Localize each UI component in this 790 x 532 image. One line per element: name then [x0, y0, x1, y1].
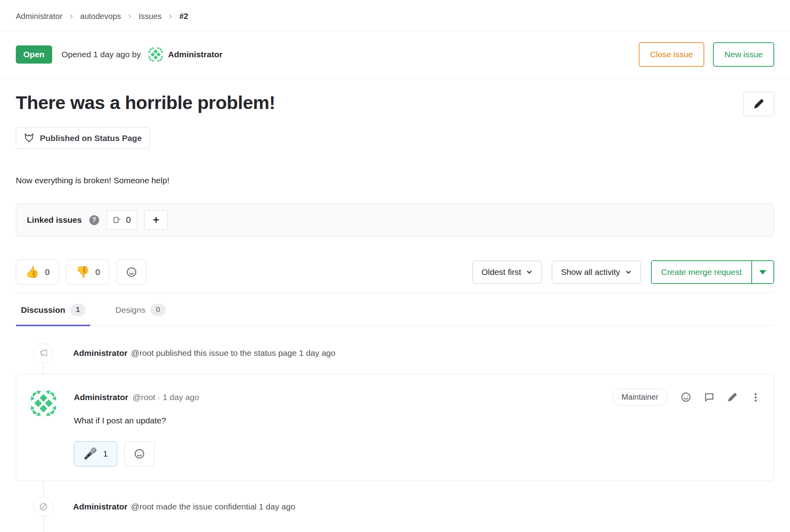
breadcrumb: Administrator autodevops Issues #2 [0, 0, 790, 31]
tab-discussion[interactable]: Discussion 1 [16, 293, 90, 325]
thumbs-up-count: 0 [45, 267, 50, 277]
comment-body: What if I post an update? [74, 416, 761, 425]
caret-down-icon [759, 270, 766, 274]
microphone-award-button[interactable]: 🎤 1 [74, 441, 117, 466]
comment-avatar[interactable] [29, 389, 58, 418]
new-issue-button[interactable]: New issue [713, 42, 774, 67]
comment-add-award-button[interactable] [124, 441, 154, 466]
sort-dropdown-label: Oldest first [482, 267, 521, 277]
discussion-timeline: Administrator@root published this issue … [16, 343, 774, 532]
comment-card: Administrator @root · 1 day ago Maintain… [16, 374, 774, 481]
system-note-author[interactable]: Administrator [73, 502, 128, 511]
system-note-author[interactable]: Administrator [73, 348, 128, 357]
title-row: There was a horrible problem! [16, 92, 774, 116]
comment-actions: Maintainer [612, 389, 761, 406]
pencil-icon [753, 98, 764, 109]
add-reaction-button[interactable] [117, 259, 147, 285]
chevron-down-icon [526, 269, 532, 275]
sort-dropdown[interactable]: Oldest first [472, 261, 542, 284]
author-name[interactable]: Administrator [168, 50, 223, 59]
thumbs-up-award-button[interactable]: 👍 0 [16, 259, 59, 285]
breadcrumb-bar: Administrator autodevops Issues #2 [0, 0, 790, 31]
create-merge-request-button[interactable]: Create merge request [652, 261, 752, 283]
comment-reply-button[interactable] [703, 392, 715, 403]
issue-type-icon [113, 216, 122, 224]
comment-edit-button[interactable] [727, 392, 738, 403]
status-badge: Open [16, 45, 52, 64]
help-icon[interactable]: ? [89, 215, 99, 225]
opened-text: Opened 1 day ago by [62, 50, 141, 59]
system-note-text: @root made the issue confidential 1 day … [131, 502, 295, 511]
activity-filter-dropdown[interactable]: Show all activity [552, 261, 640, 284]
edit-title-button[interactable] [743, 92, 774, 116]
microphone-award-count: 1 [103, 449, 108, 459]
create-merge-request-dropdown-toggle[interactable] [752, 261, 773, 283]
discussion-tabs: Discussion 1 Designs 0 [16, 293, 774, 326]
comment-main: Administrator @root · 1 day ago Maintain… [74, 389, 761, 466]
megaphone-icon [34, 343, 53, 363]
chevron-right-icon [68, 13, 74, 19]
issue-status-bar: Open Opened 1 day ago by Administrator C… [0, 31, 790, 78]
discussion-toolbar: Oldest first Show all activity Create me… [472, 260, 774, 284]
comment-author[interactable]: Administrator [74, 393, 128, 402]
issue-title: There was a horrible problem! [16, 92, 275, 114]
comment-meta: @root · 1 day ago [133, 393, 199, 402]
system-note-confidential: Administrator@root made the issue confid… [16, 497, 774, 517]
tab-discussion-count: 1 [70, 304, 85, 316]
smiley-icon [126, 267, 137, 278]
issue-page: Administrator autodevops Issues #2 Open … [0, 0, 790, 532]
status-page-badge-label: Published on Status Page [40, 133, 142, 143]
smiley-icon [134, 448, 145, 459]
thumbs-down-icon: 👎 [76, 267, 90, 278]
system-note-published: Administrator@root published this issue … [16, 343, 774, 363]
breadcrumb-item-administrator[interactable]: Administrator [16, 12, 62, 21]
author-avatar[interactable] [147, 46, 164, 63]
thumbs-down-award-button[interactable]: 👎 0 [66, 259, 110, 285]
thumbs-up-icon: 👍 [25, 267, 39, 278]
issue-description: Now everything is broken! Someone help! [16, 176, 774, 185]
comment-more-actions-button[interactable] [750, 392, 761, 403]
pencil-icon [727, 392, 737, 402]
linked-issues-title: Linked issues [27, 215, 82, 225]
breadcrumb-item-issues[interactable]: Issues [139, 12, 162, 21]
create-merge-request-split-button: Create merge request [651, 260, 774, 284]
microphone-icon: 🎤 [83, 448, 97, 459]
close-issue-button[interactable]: Close issue [639, 42, 705, 67]
awards-toolbar-row: 👍 0 👎 0 Oldest first Show all activity [16, 259, 774, 285]
comment-awards: 🎤 1 [74, 441, 761, 466]
tab-designs-label: Designs [115, 305, 145, 315]
activity-filter-label: Show all activity [561, 267, 620, 277]
chevron-down-icon [625, 269, 632, 275]
linked-issues-count: 0 [126, 215, 131, 225]
tab-designs-count: 0 [150, 304, 166, 316]
tanuki-icon [24, 133, 34, 143]
system-note-text: @root published this issue to the status… [131, 348, 335, 357]
comment-add-reaction-button[interactable] [680, 392, 691, 403]
chevron-right-icon [167, 13, 173, 19]
breadcrumb-current-issue-number: #2 [179, 12, 188, 21]
comment-header: Administrator @root · 1 day ago Maintain… [74, 389, 761, 406]
linked-issues-panel: Linked issues ? 0 + [16, 203, 774, 237]
tab-designs[interactable]: Designs 0 [110, 293, 171, 325]
comment-bubble-icon [704, 392, 715, 402]
kebab-menu-icon [750, 392, 761, 402]
smiley-icon [681, 392, 691, 402]
thumbs-down-count: 0 [96, 267, 100, 277]
add-linked-issue-button[interactable]: + [145, 210, 167, 230]
status-page-badge: Published on Status Page [16, 127, 150, 149]
tab-discussion-label: Discussion [21, 305, 65, 315]
linked-issues-count-chip: 0 [107, 210, 137, 230]
eye-slash-icon [34, 497, 53, 517]
role-badge: Maintainer [612, 389, 668, 406]
breadcrumb-item-autodevops[interactable]: autodevops [80, 12, 121, 21]
chevron-right-icon [127, 13, 133, 19]
